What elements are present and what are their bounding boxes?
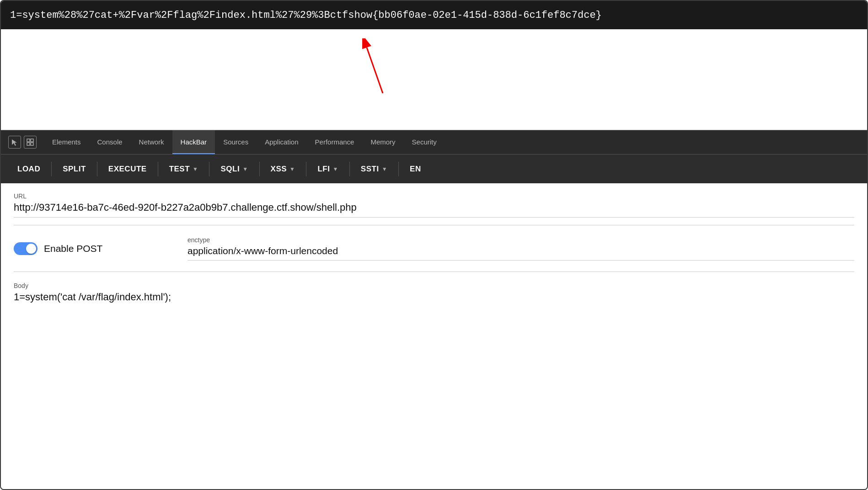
tab-application[interactable]: Application <box>257 130 306 154</box>
divider-4 <box>209 162 209 176</box>
devtools-panel: Elements Console Network HackBar Sources… <box>1 130 867 317</box>
tab-security[interactable]: Security <box>404 130 445 154</box>
divider-3 <box>158 162 158 176</box>
svg-rect-5 <box>31 143 33 145</box>
body-value[interactable]: 1=system('cat /var/flag/index.html'); <box>14 291 854 303</box>
red-arrow <box>358 38 394 100</box>
divider-8 <box>398 162 399 176</box>
ssti-dropdown-button[interactable]: SSTI ▼ <box>351 160 397 178</box>
enable-post-label: Enable POST <box>44 243 102 254</box>
browser-content <box>1 29 867 130</box>
enctype-label: enctype <box>188 236 854 244</box>
divider-1 <box>51 162 52 176</box>
svg-rect-3 <box>31 139 33 142</box>
inspect-icon[interactable] <box>24 136 37 149</box>
enctype-value[interactable]: application/x-www-form-urlencoded <box>188 245 854 261</box>
hackbar-content: URL http://93714e16-ba7c-46ed-920f-b227a… <box>1 183 867 317</box>
lfi-dropdown-arrow: ▼ <box>332 166 338 172</box>
cursor-icon[interactable] <box>8 136 21 149</box>
divider-2 <box>97 162 97 176</box>
test-dropdown-button[interactable]: TEST ▼ <box>159 160 209 178</box>
xss-dropdown-button[interactable]: XSS ▼ <box>261 160 305 178</box>
post-divider <box>14 272 854 272</box>
en-button[interactable]: EN <box>400 160 431 178</box>
sqli-dropdown-arrow: ▼ <box>242 166 248 172</box>
devtools-tab-bar: Elements Console Network HackBar Sources… <box>1 130 867 154</box>
xss-dropdown-arrow: ▼ <box>289 166 295 172</box>
tab-elements[interactable]: Elements <box>44 130 89 154</box>
tab-network[interactable]: Network <box>131 130 172 154</box>
sqli-dropdown-button[interactable]: SQLI ▼ <box>210 160 258 178</box>
enctype-group: enctype application/x-www-form-urlencode… <box>169 236 854 261</box>
lfi-dropdown-button[interactable]: LFI ▼ <box>307 160 348 178</box>
divider-5 <box>259 162 260 176</box>
ssti-dropdown-arrow: ▼ <box>382 166 387 172</box>
address-bar-text: 1=system%28%27cat+%2Fvar%2Fflag%2Findex.… <box>10 10 602 21</box>
devtools-icon-group <box>4 136 41 149</box>
hackbar-toolbar: LOAD SPLIT EXECUTE TEST ▼ SQLI ▼ XSS ▼ L… <box>1 154 867 183</box>
url-value[interactable]: http://93714e16-ba7c-46ed-920f-b227a2a0b… <box>14 202 854 218</box>
enable-post-toggle[interactable] <box>14 242 38 255</box>
address-bar: 1=system%28%27cat+%2Fvar%2Fflag%2Findex.… <box>1 1 867 29</box>
divider-7 <box>349 162 350 176</box>
tab-sources[interactable]: Sources <box>215 130 257 154</box>
url-label: URL <box>14 192 854 200</box>
svg-rect-4 <box>27 143 30 145</box>
post-row: Enable POST enctype application/x-www-fo… <box>14 231 854 266</box>
tab-console[interactable]: Console <box>89 130 131 154</box>
tab-memory[interactable]: Memory <box>362 130 403 154</box>
enable-post-container: Enable POST <box>14 242 169 255</box>
toggle-knob <box>26 244 36 254</box>
tab-hackbar[interactable]: HackBar <box>172 130 215 154</box>
tab-performance[interactable]: Performance <box>307 130 363 154</box>
body-section: Body 1=system('cat /var/flag/index.html'… <box>14 277 854 308</box>
split-button[interactable]: SPLIT <box>53 160 96 178</box>
svg-rect-2 <box>27 139 30 142</box>
url-divider <box>14 225 854 225</box>
url-field-group: URL http://93714e16-ba7c-46ed-920f-b227a… <box>14 192 854 218</box>
svg-line-1 <box>367 48 383 93</box>
body-label: Body <box>14 282 854 289</box>
execute-button[interactable]: EXECUTE <box>98 160 157 178</box>
test-dropdown-arrow: ▼ <box>193 166 198 172</box>
divider-6 <box>306 162 306 176</box>
load-button[interactable]: LOAD <box>7 160 50 178</box>
